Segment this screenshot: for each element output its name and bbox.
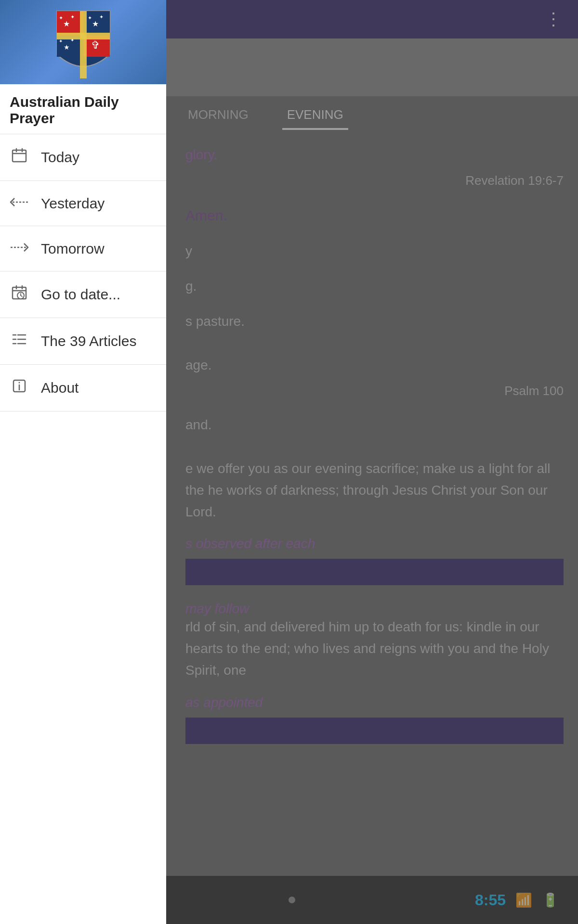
divider-1 [0, 180, 166, 181]
coat-of-arms: ★ ✦ ✦ ★ ✦ ✦ ★ ✦ ✦ ✞ [52, 6, 115, 78]
drawer-overlay[interactable] [166, 0, 578, 924]
svg-rect-16 [13, 150, 26, 162]
arrow-right-dashed-icon [10, 239, 29, 258]
svg-text:✦: ✦ [58, 15, 63, 21]
sidebar-item-articles[interactable]: The 39 Articles [0, 321, 166, 362]
svg-text:✦: ✦ [87, 15, 92, 21]
sidebar-item-about[interactable]: About [0, 367, 166, 409]
svg-text:★: ★ [92, 20, 99, 28]
sidebar-drawer: ★ ✦ ✦ ★ ✦ ✦ ★ ✦ ✦ ✞ Australian Daily Pra… [0, 0, 166, 924]
sidebar-item-yesterday[interactable]: Yesterday [0, 183, 166, 223]
sidebar-label-about: About [41, 380, 79, 396]
sidebar-item-goto[interactable]: Go to date... [0, 274, 166, 315]
svg-rect-4 [80, 11, 87, 78]
arrow-left-dashed-icon [10, 194, 29, 213]
svg-text:✦: ✦ [99, 14, 103, 20]
calendar-icon [10, 147, 29, 167]
svg-point-37 [19, 382, 20, 384]
title-divider [0, 134, 166, 134]
svg-text:✦: ✦ [59, 38, 63, 44]
svg-rect-5 [57, 33, 110, 39]
sidebar-item-today[interactable]: Today [0, 137, 166, 178]
logo-area: ★ ✦ ✦ ★ ✦ ✦ ★ ✦ ✦ ✞ [0, 0, 166, 84]
svg-text:★: ★ [63, 20, 70, 28]
sidebar-label-today: Today [41, 149, 79, 166]
svg-text:✞: ✞ [91, 39, 100, 51]
divider-3 [0, 271, 166, 271]
divider-2 [0, 226, 166, 226]
calendar-clock-icon [10, 284, 29, 305]
sidebar-label-goto: Go to date... [41, 286, 120, 303]
divider-6 [0, 411, 166, 411]
app-title: Australian Daily Prayer [0, 84, 166, 131]
svg-text:✦: ✦ [70, 14, 74, 20]
divider-5 [0, 364, 166, 365]
list-icon [10, 331, 29, 351]
sidebar-label-yesterday: Yesterday [41, 195, 105, 212]
divider-4 [0, 318, 166, 318]
info-icon [10, 378, 29, 398]
sidebar-item-tomorrow[interactable]: Tomorrow [0, 229, 166, 269]
svg-text:★: ★ [63, 43, 69, 51]
svg-text:✦: ✦ [70, 38, 74, 43]
sidebar-label-tomorrow: Tomorrow [41, 241, 105, 257]
sidebar-label-articles: The 39 Articles [41, 333, 136, 349]
